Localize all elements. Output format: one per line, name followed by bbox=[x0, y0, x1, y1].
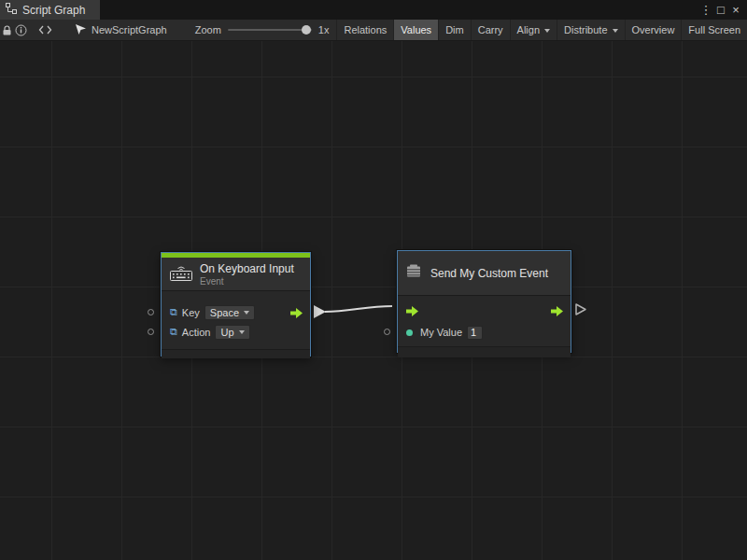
maximize-icon[interactable]: □ bbox=[713, 0, 728, 20]
fullscreen-label: Full Screen bbox=[688, 24, 740, 35]
values-label: Values bbox=[401, 24, 431, 35]
chevron-down-icon bbox=[613, 29, 618, 33]
node-header[interactable]: Send My Custom Event bbox=[398, 251, 571, 296]
node-send-my-custom-event[interactable]: Send My Custom Event My Value bbox=[397, 250, 571, 353]
key-port-label: Key bbox=[182, 307, 200, 318]
tab-script-graph[interactable]: Script Graph bbox=[0, 0, 100, 20]
node-title: On Keyboard Input bbox=[200, 262, 294, 275]
enum-icon: ⧉ bbox=[170, 327, 177, 337]
node-on-keyboard-input[interactable]: On Keyboard Input Event ⧉ Key Space ⧉ bbox=[161, 252, 311, 357]
menu-icon[interactable]: ⋮ bbox=[698, 0, 713, 20]
trigger-output-port[interactable] bbox=[290, 307, 303, 319]
port-row-key: ⧉ Key Space bbox=[162, 302, 310, 322]
window-controls: ⋮ □ × bbox=[698, 0, 747, 20]
zoom-slider-knob[interactable] bbox=[302, 25, 311, 35]
chevron-down-icon bbox=[239, 330, 245, 334]
distribute-button[interactable]: Distribute bbox=[557, 20, 624, 40]
node-footer bbox=[162, 349, 310, 358]
relations-label: Relations bbox=[344, 24, 387, 35]
script-graph-tab-icon bbox=[6, 3, 17, 17]
trigger-input-port[interactable] bbox=[406, 305, 419, 317]
relations-button[interactable]: Relations bbox=[336, 20, 393, 40]
zoom-label: Zoom bbox=[195, 24, 221, 35]
my-value-input-port[interactable] bbox=[384, 329, 390, 335]
dim-button[interactable]: Dim bbox=[438, 20, 471, 40]
node-header[interactable]: On Keyboard Input Event bbox=[162, 258, 310, 291]
code-view-icon[interactable] bbox=[38, 20, 52, 40]
tab-bar: Script Graph ⋮ □ × bbox=[0, 0, 747, 20]
overview-button[interactable]: Overview bbox=[625, 20, 682, 40]
custom-event-icon bbox=[406, 264, 423, 283]
my-value-label: My Value bbox=[420, 327, 462, 338]
graph-asset-button[interactable]: NewScriptGraph bbox=[67, 20, 175, 40]
fullscreen-button[interactable]: Full Screen bbox=[681, 20, 747, 40]
graph-asset-name: NewScriptGraph bbox=[92, 24, 167, 35]
toolbar-spacer bbox=[28, 20, 38, 40]
port-row-my-value: My Value bbox=[398, 322, 571, 343]
action-select[interactable]: Up bbox=[215, 325, 249, 340]
close-icon[interactable]: × bbox=[728, 0, 743, 20]
connection-wire bbox=[0, 41, 747, 560]
zoom-slider[interactable] bbox=[228, 24, 312, 35]
values-button[interactable]: Values bbox=[393, 20, 438, 40]
graph-canvas[interactable]: On Keyboard Input Event ⧉ Key Space ⧉ bbox=[0, 41, 747, 560]
lock-icon[interactable] bbox=[0, 20, 14, 40]
toolbar: NewScriptGraph Zoom 1x Relations Values … bbox=[0, 20, 747, 41]
node-footer bbox=[398, 346, 571, 357]
action-select-value: Up bbox=[220, 327, 233, 338]
key-select[interactable]: Space bbox=[204, 305, 255, 320]
chevron-down-icon bbox=[544, 29, 550, 33]
key-input-port[interactable] bbox=[148, 309, 154, 315]
trigger-output-port[interactable] bbox=[551, 305, 564, 317]
overview-label: Overview bbox=[632, 24, 675, 35]
zoom-slider-track[interactable] bbox=[228, 29, 312, 31]
value-port-dot-icon bbox=[406, 329, 413, 336]
tab-title: Script Graph bbox=[22, 4, 85, 17]
zoom-control: Zoom 1x bbox=[188, 20, 337, 40]
action-port-label: Action bbox=[182, 327, 211, 338]
align-label: Align bbox=[517, 24, 540, 35]
unconnected-output-port[interactable] bbox=[574, 302, 587, 320]
carry-button[interactable]: Carry bbox=[471, 20, 510, 40]
carry-label: Carry bbox=[478, 24, 503, 35]
zoom-level: 1x bbox=[318, 24, 330, 35]
wire-start-arrow-icon bbox=[314, 305, 326, 318]
node-title: Send My Custom Event bbox=[430, 267, 548, 280]
my-value-field[interactable] bbox=[467, 326, 483, 340]
action-input-port[interactable] bbox=[148, 329, 154, 335]
port-row-action: ⧉ Action Up bbox=[162, 322, 310, 342]
dim-label: Dim bbox=[445, 24, 464, 35]
keyboard-icon bbox=[170, 264, 192, 285]
info-icon[interactable] bbox=[14, 20, 28, 40]
key-select-value: Space bbox=[210, 307, 239, 318]
node-body: ⧉ Key Space ⧉ Action Up bbox=[162, 291, 310, 358]
port-row-trigger bbox=[398, 300, 571, 322]
script-graph-asset-icon bbox=[75, 23, 87, 37]
node-body: My Value bbox=[398, 296, 571, 357]
enum-icon: ⧉ bbox=[170, 307, 177, 317]
node-subtitle: Event bbox=[200, 276, 294, 287]
align-button[interactable]: Align bbox=[510, 20, 557, 40]
distribute-label: Distribute bbox=[564, 24, 607, 35]
chevron-down-icon bbox=[244, 311, 249, 315]
